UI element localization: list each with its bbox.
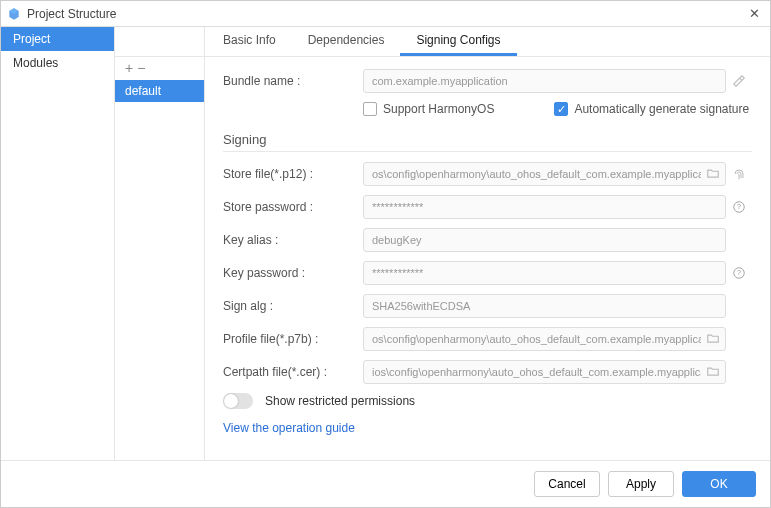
certpath-file-input[interactable] [363, 360, 726, 384]
edit-icon[interactable] [732, 74, 746, 88]
checkbox-box-unchecked [363, 102, 377, 116]
profile-file-label: Profile file(*.p7b) : [223, 332, 363, 346]
bundle-name-label: Bundle name : [223, 74, 363, 88]
row-store-password: Store password : ? [223, 195, 752, 219]
checkbox-auto-signature[interactable]: ✓ Automatically generate signature [554, 102, 749, 116]
left-nav: Project Modules [1, 27, 115, 460]
support-harmonyos-label: Support HarmonyOS [383, 102, 494, 116]
row-store-file: Store file(*.p12) : [223, 162, 752, 186]
operation-guide-link[interactable]: View the operation guide [223, 421, 355, 435]
main-area: Project Modules +− default Basic Info De… [1, 27, 770, 460]
help-icon[interactable]: ? [732, 266, 746, 280]
store-file-label: Store file(*.p12) : [223, 167, 363, 181]
key-password-label: Key password : [223, 266, 363, 280]
svg-text:?: ? [737, 203, 741, 210]
tab-signing-configs[interactable]: Signing Configs [400, 27, 516, 56]
checkbox-support-harmonyos[interactable]: Support HarmonyOS [363, 102, 494, 116]
tab-basic-info[interactable]: Basic Info [207, 27, 292, 56]
footer: Cancel Apply OK [1, 460, 770, 507]
config-item-default[interactable]: default [115, 80, 204, 102]
leftnav-item-modules[interactable]: Modules [1, 51, 114, 75]
row-bundle-name: Bundle name : [223, 69, 752, 93]
cancel-button[interactable]: Cancel [534, 471, 600, 497]
store-password-input[interactable] [363, 195, 726, 219]
row-key-password: Key password : ? [223, 261, 752, 285]
configs-spacer [115, 27, 204, 57]
profile-file-input[interactable] [363, 327, 726, 351]
svg-text:?: ? [737, 269, 741, 276]
right-pane: Basic Info Dependencies Signing Configs … [205, 27, 770, 460]
sign-alg-input[interactable] [363, 294, 726, 318]
tabs-bar: Basic Info Dependencies Signing Configs [205, 27, 770, 57]
sign-alg-label: Sign alg : [223, 299, 363, 313]
folder-icon[interactable] [706, 364, 720, 378]
divider [223, 151, 752, 152]
row-certpath-file: Certpath file(*.cer) : [223, 360, 752, 384]
row-sign-alg: Sign alg : [223, 294, 752, 318]
ok-button[interactable]: OK [682, 471, 756, 497]
checkbox-box-checked: ✓ [554, 102, 568, 116]
row-profile-file: Profile file(*.p7b) : [223, 327, 752, 351]
configs-tools: +− [115, 57, 204, 80]
apply-button[interactable]: Apply [608, 471, 674, 497]
leftnav-item-project[interactable]: Project [1, 27, 114, 51]
auto-signature-label: Automatically generate signature [574, 102, 749, 116]
row-checkboxes: Support HarmonyOS ✓ Automatically genera… [223, 102, 752, 116]
key-alias-label: Key alias : [223, 233, 363, 247]
titlebar: Project Structure ✕ [1, 1, 770, 27]
help-icon[interactable]: ? [732, 200, 746, 214]
store-password-label: Store password : [223, 200, 363, 214]
window-title: Project Structure [27, 7, 745, 21]
folder-icon[interactable] [706, 331, 720, 345]
key-alias-input[interactable] [363, 228, 726, 252]
folder-icon[interactable] [706, 166, 720, 180]
fingerprint-icon[interactable] [731, 166, 747, 182]
tab-dependencies[interactable]: Dependencies [292, 27, 401, 56]
row-key-alias: Key alias : [223, 228, 752, 252]
signing-section-title: Signing [223, 132, 752, 147]
bundle-name-input[interactable] [363, 69, 726, 93]
configs-column: +− default [115, 27, 205, 460]
remove-config-icon[interactable]: − [137, 60, 149, 76]
close-icon[interactable]: ✕ [745, 6, 764, 21]
row-restricted-permissions: Show restricted permissions [223, 393, 752, 409]
store-file-input[interactable] [363, 162, 726, 186]
app-logo-icon [7, 7, 21, 21]
add-config-icon[interactable]: + [125, 60, 137, 76]
key-password-input[interactable] [363, 261, 726, 285]
restricted-permissions-toggle[interactable] [223, 393, 253, 409]
form-area: Bundle name : Support HarmonyOS ✓ Automa… [205, 57, 770, 460]
certpath-file-label: Certpath file(*.cer) : [223, 365, 363, 379]
restricted-permissions-label: Show restricted permissions [265, 394, 415, 408]
